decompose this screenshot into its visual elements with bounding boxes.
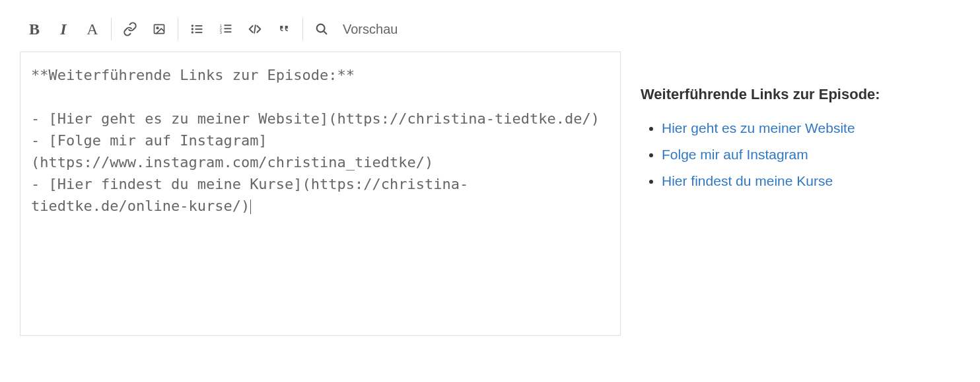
list-item: Hier geht es zu meiner Website <box>662 115 960 141</box>
svg-point-2 <box>192 24 193 26</box>
font-button[interactable]: A <box>78 16 107 42</box>
preview-link-list: Hier geht es zu meiner Website Folge mir… <box>641 115 960 194</box>
quote-button[interactable] <box>269 16 298 42</box>
svg-rect-6 <box>195 28 203 30</box>
markdown-editor[interactable]: **Weiterführende Links zur Episode:** - … <box>20 52 621 336</box>
preview-pane: Weiterführende Links zur Episode: Hier g… <box>641 13 960 336</box>
quote-icon <box>277 22 291 36</box>
toolbar-separator <box>302 18 303 40</box>
svg-rect-11 <box>225 24 232 26</box>
preview-link[interactable]: Hier geht es zu meiner Website <box>662 120 855 135</box>
code-button[interactable] <box>240 16 269 42</box>
unordered-list-icon <box>190 22 204 36</box>
unordered-list-button[interactable] <box>182 16 211 42</box>
search-icon <box>314 22 329 36</box>
svg-line-16 <box>324 31 326 34</box>
svg-point-1 <box>157 27 158 29</box>
list-item: Folge mir auf Instagram <box>662 141 960 168</box>
text-cursor <box>250 200 251 214</box>
bold-icon: B <box>29 20 40 38</box>
image-button[interactable] <box>145 16 174 42</box>
search-button[interactable] <box>307 16 336 42</box>
ordered-list-button[interactable]: 123 <box>211 16 240 42</box>
toolbar-separator <box>111 18 112 40</box>
toolbar-separator <box>178 18 178 40</box>
italic-button[interactable]: I <box>49 16 78 42</box>
svg-rect-5 <box>195 25 203 26</box>
preview-heading: Weiterführende Links zur Episode: <box>641 86 960 103</box>
italic-icon: I <box>60 20 66 38</box>
preview-toggle[interactable]: Vorschau <box>343 22 398 37</box>
font-icon: A <box>87 20 98 38</box>
svg-text:3: 3 <box>220 30 222 34</box>
bold-button[interactable]: B <box>20 16 49 42</box>
preview-link[interactable]: Folge mir auf Instagram <box>662 147 808 162</box>
svg-rect-7 <box>195 32 203 33</box>
svg-point-4 <box>192 31 193 33</box>
editor-content: **Weiterführende Links zur Episode:** - … <box>31 67 600 214</box>
code-icon <box>247 22 263 36</box>
editor-toolbar: B I A 123 <box>20 13 621 52</box>
svg-point-3 <box>192 28 193 30</box>
svg-rect-13 <box>225 31 232 32</box>
link-icon <box>123 22 137 36</box>
list-item: Hier findest du meine Kurse <box>662 168 960 194</box>
ordered-list-icon: 123 <box>219 22 233 36</box>
svg-line-14 <box>254 25 256 33</box>
preview-link[interactable]: Hier findest du meine Kurse <box>662 173 833 188</box>
svg-rect-12 <box>225 28 232 29</box>
image-icon <box>152 22 166 36</box>
link-button[interactable] <box>116 16 145 42</box>
